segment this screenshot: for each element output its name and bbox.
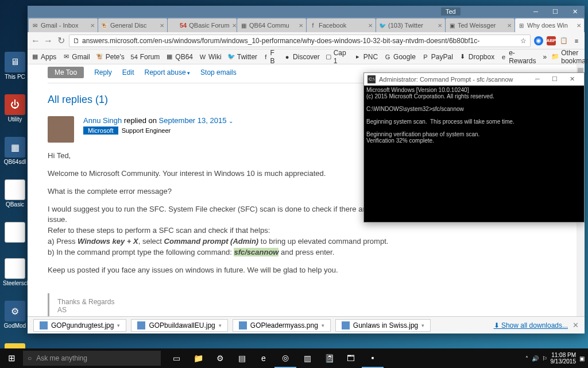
ext-icon[interactable]: ◉ <box>534 36 543 45</box>
cmd-minimize[interactable]: ─ <box>529 75 546 83</box>
browser-tab[interactable]: 🐦(103) Twitter✕ <box>376 18 445 32</box>
bookmark-item[interactable]: ▢Cap 1 <box>326 49 348 65</box>
tab-strip: ✉Gmail - Inbox✕🐮General Disc✕54 QBasic F… <box>28 17 585 32</box>
desktop-icon[interactable]: ▦QB64sdl <box>3 137 27 165</box>
task-icon[interactable]: ▤ <box>231 348 253 368</box>
tab-close[interactable]: ✕ <box>232 22 237 29</box>
tray-icon[interactable]: ⚐ <box>542 355 547 362</box>
favicon: ⊞ <box>518 22 525 29</box>
task-view[interactable]: ▭ <box>165 348 187 368</box>
system-tray[interactable]: ˄ 🔊 ⚐ 11:08 PM 9/13/2015 ▣ <box>525 352 589 365</box>
tab-close[interactable]: ✕ <box>299 22 303 29</box>
download-item[interactable]: Gunlaws in Swiss.jpg▾ <box>335 319 431 332</box>
back-button[interactable]: ← <box>31 36 40 46</box>
edit-link[interactable]: Edit <box>122 68 134 76</box>
browser-tab[interactable]: 54 QBasic Forum✕ <box>168 18 237 32</box>
task-icon[interactable]: ⚙ <box>209 348 231 368</box>
bookmark-item[interactable]: GGoogle <box>384 53 416 61</box>
reload-button[interactable]: ↻ <box>56 35 65 46</box>
tray-icon[interactable]: 🔊 <box>532 355 539 362</box>
tab-close[interactable]: ✕ <box>90 22 95 29</box>
browser-tab[interactable]: ▦QB64 Commu✕ <box>237 18 306 32</box>
downloads-close[interactable]: ✕ <box>572 321 579 329</box>
chevron-down-icon[interactable]: ⌄ <box>229 118 233 124</box>
favicon: ▣ <box>448 22 455 29</box>
bookmark-item[interactable]: ▸PNC <box>354 53 378 61</box>
favicon: ✉ <box>32 22 38 29</box>
chevron-down-icon[interactable]: ▾ <box>322 323 324 328</box>
other-bookmarks[interactable]: 📁Other bookmarks <box>551 49 588 65</box>
bookmark-item[interactable]: WWiki <box>199 53 222 61</box>
clock[interactable]: 11:08 PM 9/13/2015 <box>551 352 577 365</box>
bookmark-item[interactable]: ●Discover <box>283 53 320 61</box>
bookmark-item[interactable]: 54Forum <box>130 53 160 61</box>
cmd-close[interactable]: ✕ <box>563 75 581 83</box>
tray-icon[interactable]: ˄ <box>525 355 528 362</box>
browser-tab[interactable]: fFacebook✕ <box>307 18 376 32</box>
bookmark-item[interactable]: 🐮Pete's <box>96 53 125 61</box>
abp-icon[interactable]: ABP <box>547 36 556 45</box>
menu-icon[interactable]: ≡ <box>572 36 581 45</box>
bookmark-item[interactable]: ▦QB64 <box>165 53 193 61</box>
notifications-icon[interactable]: ▣ <box>579 355 585 362</box>
minimize-button[interactable]: ─ <box>526 6 546 17</box>
download-item[interactable]: GOPbuildawallEU.jpg▾ <box>131 319 227 332</box>
tab-label: Facebook <box>319 22 346 29</box>
bookmark-item[interactable]: ▦Apps <box>31 53 56 61</box>
avatar[interactable] <box>48 116 74 143</box>
bookmark-item[interactable]: PPayPal <box>421 53 453 61</box>
tab-close[interactable]: ✕ <box>507 22 512 29</box>
task-icon[interactable]: 📓 <box>318 348 340 368</box>
me-too-button[interactable]: Me Too <box>48 67 84 78</box>
bookmark-bar: ▦Apps✉Gmail🐮Pete's54Forum▦QB64WWiki🐦Twit… <box>28 49 585 64</box>
star-icon[interactable]: ☆ <box>520 37 527 45</box>
bookmark-overflow[interactable]: » <box>543 53 547 61</box>
cmd-maximize[interactable]: ☐ <box>546 75 563 83</box>
close-button[interactable]: ✕ <box>565 6 585 17</box>
show-all-downloads[interactable]: ⬇ Show all downloads... <box>494 321 568 329</box>
desktop-icon[interactable]: Steelersch <box>3 258 27 286</box>
url-input[interactable]: 🗋 answers.microsoft.com/en-us/windows/fo… <box>69 34 531 47</box>
tab-close[interactable]: ✕ <box>577 22 581 29</box>
desktop-icon[interactable]: ⏻Utility <box>3 94 27 122</box>
task-edge[interactable]: e <box>253 348 274 368</box>
tab-close[interactable]: ✕ <box>368 22 373 29</box>
task-cmd[interactable]: ▪ <box>362 348 384 368</box>
browser-tab[interactable]: 🐮General Disc✕ <box>98 18 167 32</box>
task-chrome[interactable]: ◎ <box>274 348 296 368</box>
task-icon[interactable]: 🗔 <box>340 348 362 368</box>
bookmark-item[interactable]: 🐦Twitter <box>227 53 257 61</box>
start-button[interactable]: ⊞ <box>0 348 23 368</box>
reply-link[interactable]: Reply <box>94 68 112 76</box>
bookmark-item[interactable]: ⬇Dropbox <box>459 53 494 61</box>
browser-tab[interactable]: ▣Ted Weissger✕ <box>446 18 514 32</box>
download-item[interactable]: GOPleadermyass.png▾ <box>233 319 331 332</box>
cortana-search[interactable]: ○ Ask me anything <box>23 351 161 366</box>
bookmark-icon: ⬇ <box>459 53 467 61</box>
ext-icon[interactable]: 📋 <box>559 36 568 45</box>
forward-button[interactable]: → <box>44 36 53 46</box>
browser-tab[interactable]: ⊞Why does Win✕ <box>515 18 584 32</box>
desktop-icon[interactable] <box>3 222 27 244</box>
report-abuse-link[interactable]: Report abuse <box>145 68 191 76</box>
maximize-button[interactable]: ☐ <box>546 6 565 17</box>
bookmark-item[interactable]: ✉Gmail <box>62 53 90 61</box>
tab-close[interactable]: ✕ <box>438 22 442 29</box>
task-explorer[interactable]: 📁 <box>187 348 209 368</box>
task-icon[interactable]: ▥ <box>296 348 318 368</box>
browser-tab[interactable]: ✉Gmail - Inbox✕ <box>29 18 98 32</box>
chevron-down-icon[interactable]: ▾ <box>117 323 120 328</box>
author-link[interactable]: Annu Singh <box>83 116 122 125</box>
desktop-icon[interactable]: 🖥This PC <box>3 52 27 80</box>
tab-close[interactable]: ✕ <box>160 22 164 29</box>
reply-date[interactable]: September 13, 2015 <box>159 116 227 125</box>
bookmark-item[interactable]: fF B <box>263 49 277 65</box>
stop-emails-link[interactable]: Stop emails <box>200 68 237 76</box>
cmd-titlebar[interactable]: C:\ Administrator: Command Prompt - sfc … <box>364 73 584 86</box>
desktop-icon[interactable]: QBasic <box>3 179 27 208</box>
bookmark-item[interactable]: ee-Rewards <box>500 49 537 65</box>
download-item[interactable]: GOPgundrugtest.jpg▾ <box>33 319 126 332</box>
chevron-down-icon[interactable]: ▾ <box>421 323 424 328</box>
desktop-icon[interactable]: ⚙GodMod <box>3 301 27 329</box>
chevron-down-icon[interactable]: ▾ <box>219 323 222 328</box>
